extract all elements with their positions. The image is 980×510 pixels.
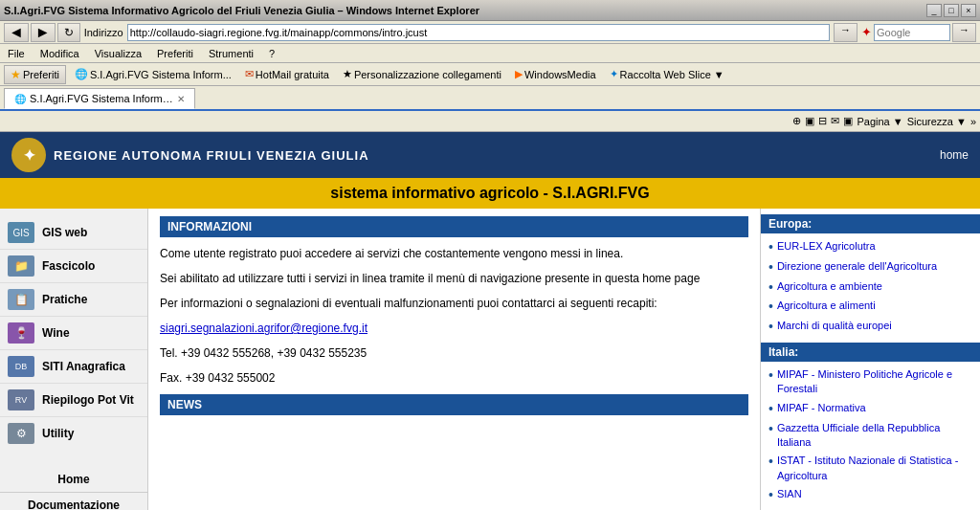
link-agricoltura-ambiente[interactable]: • Agricoltura e ambiente	[768, 277, 972, 298]
tab-favicon: 🌐	[14, 94, 26, 104]
fascicolo-icon: 📁	[8, 255, 34, 277]
address-input[interactable]	[127, 24, 830, 41]
tab-bar: 🌐 S.I.Agri.FVG Sistema Informativo Agric…	[0, 86, 980, 111]
toolbar-icon-3[interactable]: ▣	[843, 115, 853, 127]
pratiche-icon: 📋	[8, 289, 34, 310]
menu-file[interactable]: File	[4, 46, 29, 61]
link-text: MIPAF - Ministero Politiche Agricole e F…	[777, 367, 972, 397]
sidebar-nav: GIS GIS web 📁 Fascicolo 📋 Pratiche 🍷 Win…	[0, 209, 147, 457]
window-title: S.I.Agri.FVG Sistema Informativo Agricol…	[4, 5, 479, 16]
link-mipaf-normativa[interactable]: • MIPAF - Normativa	[768, 399, 972, 419]
minimize-button[interactable]: _	[926, 4, 942, 17]
fav-icon-hotmail: ✉	[245, 68, 254, 80]
email-link[interactable]: siagri.segnalazioni.agrifor@regione.fvg.…	[160, 322, 368, 335]
sidebar-label-wine: Wine	[42, 326, 70, 340]
fav-link-siagri[interactable]: 🌐 S.I.Agri.FVG Sistema Inform...	[70, 65, 236, 84]
fav-label-personalize: Personalizzazione collegamenti	[354, 69, 501, 80]
documentazione-label: Documentazione	[28, 499, 120, 510]
menu-help[interactable]: ?	[265, 46, 278, 61]
link-sian[interactable]: • SIAN	[768, 485, 972, 505]
sidebar-bottom: Home Documentazione Versioni ! Segnalazi…	[0, 467, 147, 510]
bullet-icon: •	[768, 239, 773, 255]
title-bar-buttons[interactable]: _ □ ×	[926, 4, 976, 17]
toolbar-icon-2[interactable]: ▣	[805, 115, 814, 127]
sidebar-item-wine[interactable]: 🍷 Wine	[0, 317, 147, 350]
sidebar-item-fascicolo[interactable]: 📁 Fascicolo	[0, 250, 147, 283]
bullet-icon: •	[768, 487, 773, 503]
link-agricoltura-alimenti[interactable]: • Agricoltura e alimenti	[768, 297, 972, 317]
link-agea[interactable]: • AGEA	[768, 505, 972, 510]
info-text-3: Per informazioni o segnalazioni di event…	[160, 295, 748, 312]
logo-emblem: ✦	[11, 138, 46, 172]
address-bar: ◄ ► ↻ Indirizzo → ✦ →	[0, 21, 980, 44]
fav-link-web-slice[interactable]: ✦ Raccolta Web Slice ▼	[605, 65, 729, 84]
back-button[interactable]: ◄	[4, 23, 29, 42]
search-engine-icon: ✦	[861, 25, 872, 39]
bottom-item-documentazione[interactable]: Documentazione	[0, 493, 147, 510]
bullet-icon: •	[768, 454, 773, 470]
sidebar-label-fascicolo: Fascicolo	[42, 259, 95, 273]
close-button[interactable]: ×	[961, 4, 976, 17]
link-gazzetta[interactable]: • Gazzetta Ufficiale della Repubblica It…	[768, 419, 972, 453]
forward-button[interactable]: ►	[31, 23, 56, 42]
left-sidebar: GIS GIS web 📁 Fascicolo 📋 Pratiche 🍷 Win…	[0, 209, 148, 510]
search-input[interactable]	[874, 24, 950, 41]
sidebar-item-siti[interactable]: DB SITI Anagrafica	[0, 350, 147, 384]
siti-icon: DB	[8, 356, 34, 377]
sidebar-item-gisweb[interactable]: GIS GIS web	[0, 216, 147, 250]
toolbar-more[interactable]: »	[970, 116, 976, 127]
menu-edit[interactable]: Modifica	[36, 46, 83, 61]
go-button[interactable]: →	[834, 23, 858, 42]
fav-icon-personalize: ★	[343, 68, 352, 80]
address-label: Indirizzo	[84, 27, 123, 38]
search-go-button[interactable]: →	[952, 23, 976, 42]
main-content: GIS GIS web 📁 Fascicolo 📋 Pratiche 🍷 Win…	[0, 209, 980, 510]
link-istat[interactable]: • ISTAT - Istituto Nazionale di Statisti…	[768, 452, 972, 485]
maximize-button[interactable]: □	[944, 4, 959, 17]
link-direzione[interactable]: • Direzione generale dell'Agricoltura	[768, 257, 972, 277]
refresh-button[interactable]: ↻	[57, 23, 80, 42]
toolbar-icon-1[interactable]: ⊕	[792, 115, 801, 127]
link-text: MIPAF - Normativa	[777, 401, 866, 415]
security-menu[interactable]: Sicurezza ▼	[907, 116, 967, 127]
fav-label-hotmail: HotMail gratuita	[256, 69, 329, 80]
bottom-item-home[interactable]: Home	[0, 467, 147, 493]
title-bar: S.I.Agri.FVG Sistema Informativo Agricol…	[0, 0, 980, 21]
fav-link-personalize[interactable]: ★ Personalizzazione collegamenti	[338, 65, 506, 84]
sidebar-item-riepilogo[interactable]: RV Riepilogo Pot Vit	[0, 384, 147, 417]
link-eur-lex[interactable]: • EUR-LEX Agricolutra	[768, 237, 972, 257]
menu-tools[interactable]: Strumenti	[205, 46, 257, 61]
gisweb-icon: GIS	[8, 222, 34, 243]
link-marchi[interactable]: • Marchi di qualità europei	[768, 317, 972, 337]
sidebar-label-utility: Utility	[42, 427, 74, 440]
menu-bar: File Modifica Visualizza Preferiti Strum…	[0, 44, 980, 63]
link-mipaf[interactable]: • MIPAF - Ministero Politiche Agricole e…	[768, 366, 972, 399]
favorites-button[interactable]: ★ Preferiti	[4, 65, 66, 84]
fav-icon-siagri: 🌐	[75, 68, 88, 80]
sidebar-label-gisweb: GIS web	[42, 226, 87, 239]
wine-icon: 🍷	[8, 322, 34, 344]
menu-view[interactable]: Visualizza	[91, 46, 145, 61]
sidebar-item-utility[interactable]: ⚙ Utility	[0, 417, 147, 450]
info-header: INFORMAZIONI	[160, 216, 748, 237]
favorites-bar: ★ Preferiti 🌐 S.I.Agri.FVG Sistema Infor…	[0, 63, 980, 86]
info-text-email: siagri.segnalazioni.agrifor@regione.fvg.…	[160, 320, 748, 337]
bullet-icon: •	[768, 421, 773, 437]
toolbar-icon-mail[interactable]: ✉	[831, 115, 839, 127]
fav-link-hotmail[interactable]: ✉ HotMail gratuita	[240, 65, 334, 84]
home-link[interactable]: home	[940, 148, 969, 162]
fav-label-windows-media: WindowsMedia	[524, 69, 596, 80]
tab-main[interactable]: 🌐 S.I.Agri.FVG Sistema Informativo Agric…	[4, 88, 195, 109]
fav-label-web-slice: Raccolta Web Slice ▼	[620, 69, 724, 80]
search-area: ✦ →	[861, 23, 976, 42]
link-text: Gazzetta Ufficiale della Repubblica Ital…	[777, 421, 972, 451]
toolbar-icon-print[interactable]: ⊟	[818, 115, 827, 127]
nav-buttons[interactable]: ◄ ► ↻	[4, 23, 80, 42]
tab-close-icon[interactable]: ✕	[177, 94, 185, 104]
fav-link-windows-media[interactable]: ▶ WindowsMedia	[510, 65, 601, 84]
banner-text: sistema informativo agricolo - S.I.AGRI.…	[330, 185, 649, 202]
sidebar-item-pratiche[interactable]: 📋 Pratiche	[0, 283, 147, 317]
page-menu[interactable]: Pagina ▼	[857, 116, 902, 127]
sidebar-label-pratiche: Pratiche	[42, 293, 87, 306]
menu-favorites[interactable]: Preferiti	[153, 46, 197, 61]
